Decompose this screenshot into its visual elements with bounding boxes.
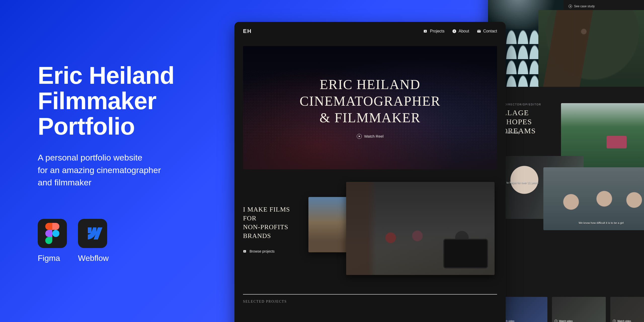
promo-text-block: Eric Heiland Filmmaker Portfolio A perso… xyxy=(38,63,219,263)
logo[interactable]: EH xyxy=(243,28,252,34)
nav-label: About xyxy=(459,29,469,33)
title-line: Filmmaker xyxy=(38,87,156,114)
promo-title: Eric Heiland Filmmaker Portfolio xyxy=(38,63,219,139)
intro-image-stack xyxy=(308,182,497,277)
subtitle-line: and filmmaker xyxy=(38,178,92,187)
title-line: NON-PROFITS BRANDS xyxy=(243,223,288,239)
project-card-cenotes[interactable]: 2022 | DIRECTOR/DP/EDITOR CENOTES OF MAY… xyxy=(488,0,644,68)
title-line: Portfolio xyxy=(38,113,135,140)
project-thumbnails: Watch video …liams Design COMMERCIAL Wat… xyxy=(488,297,644,322)
project-image xyxy=(543,167,644,230)
svg-rect-3 xyxy=(454,30,455,31)
portfolio-panel-home: EH Projects About Contact ERIC HEILAND C… xyxy=(234,22,506,322)
nav-about[interactable]: About xyxy=(452,29,469,33)
video-icon xyxy=(423,29,428,33)
browse-projects-button[interactable]: Browse projects xyxy=(243,249,275,253)
hero-section: ERIC HEILAND CINEMATOGRAPHER & FILMMAKER… xyxy=(243,46,497,169)
project-card-village[interactable]: 2022 | DIRECTOR/DP/EDITOR VILLAGE OF HOP… xyxy=(488,103,644,209)
play-icon xyxy=(357,134,362,139)
nav-label: Contact xyxy=(483,29,497,33)
tool-webflow: Webflow xyxy=(78,219,109,263)
play-icon xyxy=(569,5,572,8)
tool-label: Webflow xyxy=(78,254,109,263)
mail-icon xyxy=(477,29,481,33)
top-nav: EH Projects About Contact xyxy=(234,22,506,41)
intro-section: I MAKE FILMS FOR NON-PROFITS BRANDS Brow… xyxy=(243,182,497,277)
nav-projects[interactable]: Projects xyxy=(423,29,445,33)
promo-subtitle: A personal portfolio website for an amaz… xyxy=(38,151,219,189)
nav-contact[interactable]: Contact xyxy=(477,29,497,33)
figma-icon xyxy=(38,219,67,248)
thumb-card[interactable]: Watch video Freeskier Magazine COMMERCIA… xyxy=(552,297,606,322)
hero-line: CINEMATOGRAPHER xyxy=(300,94,440,109)
divider xyxy=(243,294,497,295)
video-icon xyxy=(243,249,247,253)
title-line: I MAKE FILMS FOR xyxy=(243,206,290,222)
title-line: Eric Heiland xyxy=(38,62,174,89)
thumb-card[interactable]: Watch video GRiZ – Rainbo… xyxy=(610,297,644,322)
cta-label: Browse projects xyxy=(250,249,275,253)
link-label: See case study xyxy=(574,5,595,8)
webflow-icon xyxy=(78,219,107,248)
portfolio-panel-projects: 2022 | DIRECTOR/DP/EDITOR CENOTES OF MAY… xyxy=(488,0,644,322)
play-icon xyxy=(554,319,557,322)
caption-overlay: We know how difficult it is to be a girl xyxy=(579,221,624,224)
thumb-image xyxy=(610,297,644,322)
thumb-image xyxy=(552,297,606,322)
cta-label: Watch Reel xyxy=(364,134,384,138)
intro-title: I MAKE FILMS FOR NON-PROFITS BRANDS xyxy=(243,205,303,240)
subtitle-line: A personal portfolio website xyxy=(38,153,142,162)
watch-video-link[interactable]: Watch video xyxy=(613,319,631,322)
tool-label: Figma xyxy=(38,254,60,263)
nav-label: Projects xyxy=(430,29,445,33)
intro-text: I MAKE FILMS FOR NON-PROFITS BRANDS Brow… xyxy=(243,205,308,254)
tool-figma: Figma xyxy=(38,219,67,263)
svg-point-0 xyxy=(52,230,59,237)
nav-links: Projects About Contact xyxy=(423,29,497,33)
svg-rect-2 xyxy=(454,31,455,32)
info-icon xyxy=(452,29,457,33)
intro-image xyxy=(346,182,495,275)
selected-projects-label: SELECTED PROJECTS xyxy=(243,300,497,304)
watch-label: Watch video xyxy=(617,320,631,322)
hero-line: ERIC HEILAND xyxy=(320,77,420,92)
project-image xyxy=(538,10,644,87)
watch-video-link[interactable]: Watch video xyxy=(554,319,573,322)
subtitle-line: for an amazing cinematographer xyxy=(38,165,161,175)
watch-reel-button[interactable]: Watch Reel xyxy=(357,134,384,139)
play-icon xyxy=(613,319,616,322)
hero-title: ERIC HEILAND CINEMATOGRAPHER & FILMMAKER xyxy=(292,76,448,126)
watch-label: Watch video xyxy=(559,320,573,322)
tools-row: Figma Webflow xyxy=(38,219,219,263)
hero-line: & FILMMAKER xyxy=(319,110,421,125)
case-study-link[interactable]: See case study xyxy=(569,5,595,8)
